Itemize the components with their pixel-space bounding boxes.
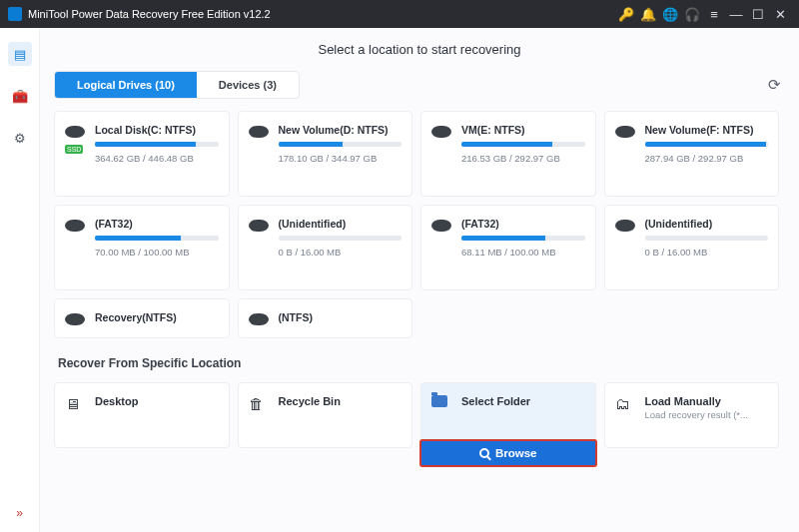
menu-icon[interactable]: ≡ [703, 7, 725, 22]
app-title: MiniTool Power Data Recovery Free Editio… [28, 8, 271, 20]
drive-size: 68.11 MB / 100.00 MB [461, 247, 585, 258]
usage-bar [461, 142, 585, 147]
load-icon: 🗂 [615, 395, 635, 412]
usage-bar [461, 236, 585, 241]
key-icon[interactable]: 🔑 [615, 7, 637, 22]
sidebar-settings-icon[interactable]: ⚙ [8, 126, 32, 150]
drive-name: (NTFS) [279, 311, 402, 323]
ssd-badge: SSD [65, 145, 83, 154]
disk-icon [615, 126, 635, 138]
tabs: Logical Drives (10) Devices (3) [54, 71, 300, 99]
drive-card[interactable]: Recovery(NTFS) [54, 298, 230, 338]
usage-bar [95, 236, 219, 241]
location-load-manually[interactable]: 🗂 Load Manually Load recovery result (*.… [604, 382, 780, 448]
drive-card[interactable]: SSDLocal Disk(C: NTFS)364.62 GB / 446.48… [54, 111, 230, 197]
disk-icon [249, 220, 269, 232]
recycle-bin-icon: 🗑 [249, 395, 269, 412]
drive-card[interactable]: (FAT32)68.11 MB / 100.00 MB [420, 205, 596, 290]
globe-icon[interactable]: 🌐 [659, 7, 681, 22]
drive-name: New Volume(F: NTFS) [645, 124, 769, 136]
sidebar: ▤ 🧰 ⚙ » [0, 28, 40, 532]
usage-bar [645, 142, 769, 147]
disk-icon [249, 313, 269, 325]
drive-size: 287.94 GB / 292.97 GB [645, 153, 769, 164]
drive-size: 0 B / 16.00 MB [279, 247, 402, 258]
desktop-icon: 🖥 [65, 395, 85, 412]
drive-name: Local Disk(C: NTFS) [95, 124, 219, 136]
usage-bar [279, 236, 402, 241]
sidebar-expand-icon[interactable]: » [16, 506, 23, 520]
drive-card[interactable]: (NTFS) [238, 298, 413, 338]
drive-size: 364.62 GB / 446.48 GB [95, 153, 219, 164]
app-logo-icon [8, 7, 22, 21]
usage-bar [645, 236, 769, 241]
drive-size: 216.53 GB / 292.97 GB [461, 153, 585, 164]
maximize-button[interactable]: ☐ [747, 7, 769, 22]
close-button[interactable]: ✕ [769, 7, 791, 22]
drive-card[interactable]: (FAT32)70.00 MB / 100.00 MB [54, 205, 230, 290]
disk-icon [65, 220, 85, 232]
bell-icon[interactable]: 🔔 [637, 7, 659, 22]
refresh-icon[interactable]: ⟳ [764, 72, 785, 98]
drive-name: (Unidentified) [645, 218, 769, 230]
location-select-folder[interactable]: Select Folder Browse [420, 382, 596, 448]
drive-size: 0 B / 16.00 MB [645, 247, 769, 258]
browse-button[interactable]: Browse [419, 439, 597, 467]
section-title: Recover From Specific Location [58, 356, 779, 370]
drive-card[interactable]: New Volume(F: NTFS)287.94 GB / 292.97 GB [604, 111, 780, 197]
headset-icon[interactable]: 🎧 [681, 7, 703, 22]
disk-icon [65, 313, 85, 325]
drive-card[interactable]: (Unidentified)0 B / 16.00 MB [238, 205, 413, 290]
drive-name: (Unidentified) [279, 218, 402, 230]
sidebar-toolbox-icon[interactable]: 🧰 [8, 84, 32, 108]
tab-logical-drives[interactable]: Logical Drives (10) [55, 72, 197, 98]
usage-bar [279, 142, 402, 147]
minimize-button[interactable]: — [725, 7, 747, 22]
page-title: Select a location to start recovering [54, 28, 785, 71]
sidebar-recover-icon[interactable]: ▤ [8, 42, 32, 66]
disk-icon [615, 220, 635, 232]
drive-name: (FAT32) [95, 218, 219, 230]
search-icon [479, 448, 489, 458]
drive-name: (FAT32) [461, 218, 585, 230]
location-desktop[interactable]: 🖥 Desktop [54, 382, 230, 448]
folder-icon [431, 395, 451, 407]
tab-devices[interactable]: Devices (3) [197, 72, 299, 98]
drive-card[interactable]: VM(E: NTFS)216.53 GB / 292.97 GB [420, 111, 596, 197]
disk-icon [431, 220, 451, 232]
location-recycle-bin[interactable]: 🗑 Recycle Bin [238, 382, 413, 448]
drive-size: 70.00 MB / 100.00 MB [95, 247, 219, 258]
drive-name: VM(E: NTFS) [461, 124, 585, 136]
disk-icon [65, 126, 85, 138]
drive-card[interactable]: (Unidentified)0 B / 16.00 MB [604, 205, 780, 290]
drive-card[interactable]: New Volume(D: NTFS)178.10 GB / 344.97 GB [238, 111, 413, 197]
drive-name: Recovery(NTFS) [95, 311, 219, 323]
disk-icon [431, 126, 451, 138]
drive-name: New Volume(D: NTFS) [279, 124, 402, 136]
drive-size: 178.10 GB / 344.97 GB [279, 153, 402, 164]
usage-bar [95, 142, 219, 147]
titlebar: MiniTool Power Data Recovery Free Editio… [0, 0, 799, 28]
disk-icon [249, 126, 269, 138]
